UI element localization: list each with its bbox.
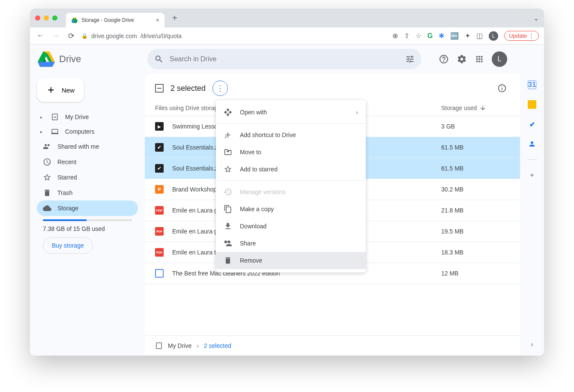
trash-icon: [224, 256, 232, 265]
sidebar-item-starred[interactable]: Starred: [37, 170, 138, 185]
menu-item-label: Add shortcut to Drive: [240, 132, 296, 138]
sort-arrow-icon: [479, 105, 486, 111]
menu-item-download[interactable]: Download: [216, 218, 366, 235]
breadcrumb-root[interactable]: My Drive: [168, 342, 191, 349]
search-bar[interactable]: [147, 49, 422, 69]
tab-title: Storage - Google Drive: [81, 17, 152, 23]
sidebar-item-recent[interactable]: Recent: [37, 154, 138, 170]
storage-progress-fill: [43, 219, 87, 221]
profile-avatar[interactable]: L: [489, 31, 498, 41]
extension-icon[interactable]: ✱: [439, 32, 444, 40]
breadcrumb: My Drive › 2 selected: [145, 335, 520, 356]
extensions-icon[interactable]: ✦: [465, 32, 470, 40]
shortcut-icon: [224, 131, 232, 139]
url-path: /drive/u/0/quota: [141, 33, 182, 39]
close-window-button[interactable]: [35, 15, 40, 21]
menu-divider: [216, 180, 366, 181]
sidebar-item-label: Shared with me: [57, 143, 99, 150]
new-tab-button[interactable]: +: [168, 13, 182, 23]
menu-item-label: Share: [240, 240, 256, 247]
grammarly-ext-icon[interactable]: G: [428, 32, 433, 40]
sidebar-item-label: Computers: [65, 128, 94, 135]
column-storage-heading[interactable]: Storage used: [441, 105, 510, 111]
forward-button[interactable]: →: [51, 31, 61, 40]
side-panel-toggle-icon[interactable]: ◫: [476, 32, 483, 40]
sidebar-item-computers[interactable]: ▸ Computers: [37, 124, 138, 139]
file-checkbox[interactable]: ✔: [155, 143, 164, 152]
more-actions-button[interactable]: ⋮: [212, 81, 228, 96]
sidebar-item-my-drive[interactable]: ▸ My Drive: [37, 110, 138, 124]
drive-logo-icon: [38, 51, 55, 68]
menu-item-star[interactable]: Add to starred: [216, 161, 366, 178]
storage-usage-text: 7.38 GB of 15 GB used: [43, 225, 132, 232]
sidebar-item-shared[interactable]: Shared with me: [37, 139, 138, 154]
contacts-icon[interactable]: [528, 140, 536, 148]
back-button[interactable]: ←: [35, 31, 45, 40]
cloud-icon: [43, 204, 51, 212]
toolbar-icons: ⊕ ⇪ ☆ G ✱ 🔤 ✦ ◫ L Update⋮: [392, 31, 539, 41]
address-bar[interactable]: 🔒 drive.google.com/drive/u/0/quota: [81, 33, 387, 39]
drive-app: Drive L New ▸: [30, 45, 544, 356]
content-panel: 2 selected ⋮ Files using Drive storage S…: [145, 74, 520, 356]
search-input[interactable]: [170, 55, 399, 63]
breadcrumb-current[interactable]: 2 selected: [204, 342, 231, 349]
expand-icon[interactable]: ▸: [40, 115, 45, 120]
buy-storage-button[interactable]: Buy storage: [43, 237, 93, 254]
file-size: 21.8 MB: [441, 207, 510, 214]
chevron-right-icon: ›: [197, 342, 199, 349]
storage-progress: [43, 219, 132, 221]
browser-tab[interactable]: Storage - Google Drive ×: [66, 13, 164, 27]
copy-icon: [224, 205, 232, 213]
expand-icon[interactable]: ▸: [40, 129, 45, 134]
new-button[interactable]: New: [37, 78, 84, 102]
calendar-icon[interactable]: 31: [528, 81, 536, 89]
apps-icon[interactable]: [475, 54, 484, 64]
keep-icon[interactable]: [528, 100, 536, 109]
bookmark-icon[interactable]: ☆: [416, 32, 422, 40]
help-icon[interactable]: [439, 54, 449, 64]
panel-divider: [527, 159, 537, 160]
selection-count: 2 selected: [170, 84, 206, 93]
menu-item-label: Remove: [240, 257, 262, 264]
settings-icon[interactable]: [457, 54, 467, 64]
reload-button[interactable]: ⟳: [66, 31, 76, 41]
menu-item-open[interactable]: Open with›: [216, 104, 366, 121]
drive-favicon: [71, 17, 78, 24]
maximize-window-button[interactable]: [52, 15, 57, 21]
drive-icon: [51, 113, 59, 121]
share-icon[interactable]: ⇪: [404, 32, 410, 40]
menu-item-label: Move to: [240, 149, 261, 156]
selection-checkbox[interactable]: [155, 84, 164, 93]
sidebar: New ▸ My Drive ▸ Computers Shared with m…: [30, 74, 145, 356]
add-panel-button[interactable]: +: [528, 171, 536, 180]
file-size: 61.5 MB: [441, 144, 510, 151]
sidebar-item-label: Recent: [57, 159, 76, 165]
menu-item-shortcut[interactable]: Add shortcut to Drive: [216, 126, 366, 144]
tab-close-icon[interactable]: ×: [156, 17, 159, 24]
minimize-window-button[interactable]: [44, 15, 49, 21]
drive-logo[interactable]: Drive: [38, 51, 141, 68]
file-size: 19.5 MB: [441, 228, 510, 235]
menu-item-move[interactable]: Move to: [216, 144, 366, 161]
menu-item-share[interactable]: Share: [216, 235, 366, 252]
sidebar-item-storage[interactable]: Storage: [37, 200, 138, 216]
account-avatar[interactable]: L: [492, 51, 507, 67]
menu-item-copy[interactable]: Make a copy: [216, 200, 366, 218]
sidebar-item-trash[interactable]: Trash: [37, 185, 138, 200]
menu-item-label: Add to starred: [240, 166, 278, 173]
update-button[interactable]: Update⋮: [504, 31, 539, 41]
computers-icon: [51, 128, 59, 135]
star-icon: [43, 173, 51, 182]
versions-icon: [224, 188, 232, 196]
menu-item-trash[interactable]: Remove: [216, 252, 366, 269]
zoom-icon[interactable]: ⊕: [392, 32, 398, 40]
info-button[interactable]: [494, 81, 510, 96]
translate-ext-icon[interactable]: 🔤: [450, 32, 459, 40]
tasks-icon[interactable]: ✔: [528, 120, 536, 129]
menu-item-label: Download: [240, 223, 266, 230]
search-options-icon[interactable]: [405, 54, 415, 64]
file-checkbox[interactable]: ✔: [155, 164, 164, 173]
collapse-panel-icon[interactable]: ›: [528, 340, 536, 349]
lock-icon: 🔒: [81, 33, 88, 39]
tabs-dropdown-icon[interactable]: ⌄: [533, 14, 539, 22]
